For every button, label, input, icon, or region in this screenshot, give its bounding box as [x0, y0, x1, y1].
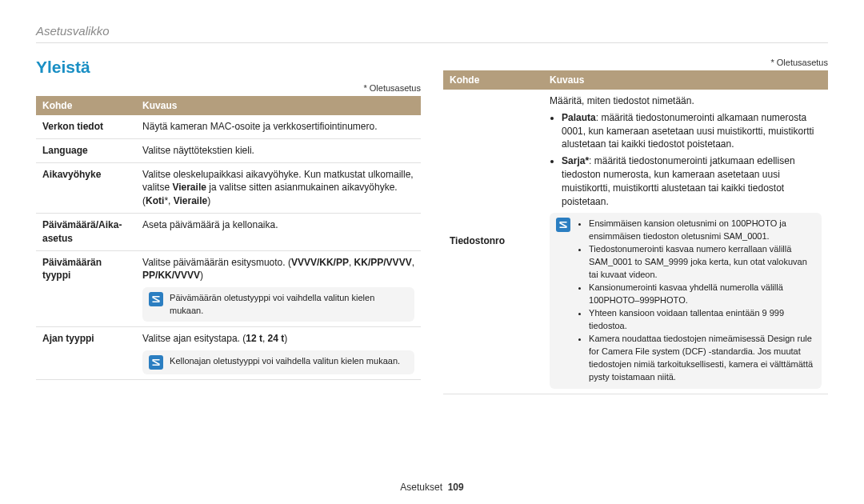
info-note-large: Ensimmäisen kansion oletusnimi on 100PHO… — [550, 213, 822, 388]
info-icon — [149, 292, 163, 306]
info-list: Ensimmäisen kansion oletusnimi on 100PHO… — [577, 218, 815, 383]
breadcrumb: Asetusvalikko — [36, 24, 828, 43]
row-kohde: Tiedostonro — [443, 90, 543, 394]
intro-text: Määritä, miten tiedostot nimetään. — [550, 94, 822, 108]
info-text: Päivämäärän oletustyyppi voi vaihdella v… — [170, 292, 408, 317]
row-kuvaus: Aseta päivämäärä ja kellonaika. — [136, 213, 421, 250]
info-note: Päivämäärän oletustyyppi voi vaihdella v… — [142, 287, 414, 322]
settings-table-left: Kohde Kuvaus Verkon tiedot Näytä kameran… — [36, 96, 421, 380]
svg-rect-3 — [153, 364, 160, 366]
table-row: Päivämäärän tyyppi Valitse päivämäärän e… — [36, 250, 421, 326]
row-kuvaus: Valitse ajan esitystapa. (12 t, 24 t) Ke… — [136, 326, 421, 379]
row-kohde: Päivämäärän tyyppi — [36, 250, 136, 326]
th-kuvaus: Kuvaus — [543, 70, 828, 90]
description-list: Palauta: määritä tiedostonumerointi alka… — [550, 111, 822, 209]
list-item: Yhteen kansioon voidaan tallentaa enintä… — [589, 307, 815, 333]
svg-rect-1 — [153, 302, 160, 303]
left-column: Yleistä * Oletusasetus Kohde Kuvaus Verk… — [36, 58, 421, 394]
list-item: Kamera noudattaa tiedostojen nimeämisess… — [589, 333, 815, 384]
row-kuvaus: Valitse päivämäärän esitysmuoto. (VVVV/K… — [136, 250, 421, 326]
default-note-left: * Oletusasetus — [36, 83, 421, 93]
footer-label: Asetukset — [400, 482, 442, 493]
row-kohde: Aikavyöhyke — [36, 162, 136, 213]
row-kuvaus: Valitse oleskelupaikkasi aikavyöhyke. Ku… — [136, 162, 421, 213]
row-kuvaus: Valitse näyttötekstien kieli. — [136, 138, 421, 162]
row-kuvaus: Määritä, miten tiedostot nimetään. Palau… — [543, 90, 828, 394]
settings-table-right: Kohde Kuvaus Tiedostonro Määritä, miten … — [443, 70, 828, 394]
svg-rect-0 — [153, 296, 160, 298]
list-item: Kansionumerointi kasvaa yhdellä numeroll… — [589, 282, 815, 307]
table-row: Ajan tyyppi Valitse ajan esitystapa. (12… — [36, 326, 421, 379]
page-footer: Asetukset 109 — [0, 482, 864, 493]
list-item: Palauta: määritä tiedostonumerointi alka… — [562, 111, 822, 151]
row-kohde: Päivämäärä/Aika-asetus — [36, 213, 136, 250]
info-icon — [149, 355, 163, 370]
list-item: Ensimmäisen kansion oletusnimi on 100PHO… — [589, 218, 815, 243]
table-row: Verkon tiedot Näytä kameran MAC-osoite j… — [36, 115, 421, 138]
table-row: Language Valitse näyttötekstien kieli. — [36, 138, 421, 162]
table-row: Päivämäärä/Aika-asetus Aseta päivämäärä … — [36, 213, 421, 250]
table-row: Aikavyöhyke Valitse oleskelupaikkasi aik… — [36, 162, 421, 213]
list-item: Tiedostonumerointi kasvaa numero kerrall… — [589, 243, 815, 282]
info-note: Kellonajan oletustyyppi voi vaihdella va… — [142, 350, 414, 374]
svg-rect-2 — [153, 359, 160, 361]
list-item: Sarja*: määritä tiedostonumerointi jatku… — [562, 154, 822, 208]
right-column: * Oletusasetus Kohde Kuvaus Tiedostonro … — [443, 58, 828, 394]
svg-rect-4 — [560, 222, 567, 223]
svg-rect-5 — [560, 227, 567, 229]
row-kohde: Verkon tiedot — [36, 115, 136, 138]
content-columns: Yleistä * Oletusasetus Kohde Kuvaus Verk… — [36, 58, 828, 394]
row-kohde: Language — [36, 138, 136, 162]
section-title: Yleistä — [36, 58, 421, 77]
th-kuvaus: Kuvaus — [136, 96, 421, 115]
info-icon — [556, 218, 570, 232]
default-note-right: * Oletusasetus — [443, 58, 828, 67]
info-text: Kellonajan oletustyyppi voi vaihdella va… — [170, 355, 400, 367]
row-kuvaus: Näytä kameran MAC-osoite ja verkkosertif… — [136, 115, 421, 138]
row-kohde: Ajan tyyppi — [36, 326, 136, 379]
table-row: Tiedostonro Määritä, miten tiedostot nim… — [443, 90, 828, 394]
page-number: 109 — [448, 482, 464, 493]
th-kohde: Kohde — [36, 96, 136, 115]
th-kohde: Kohde — [443, 70, 543, 90]
